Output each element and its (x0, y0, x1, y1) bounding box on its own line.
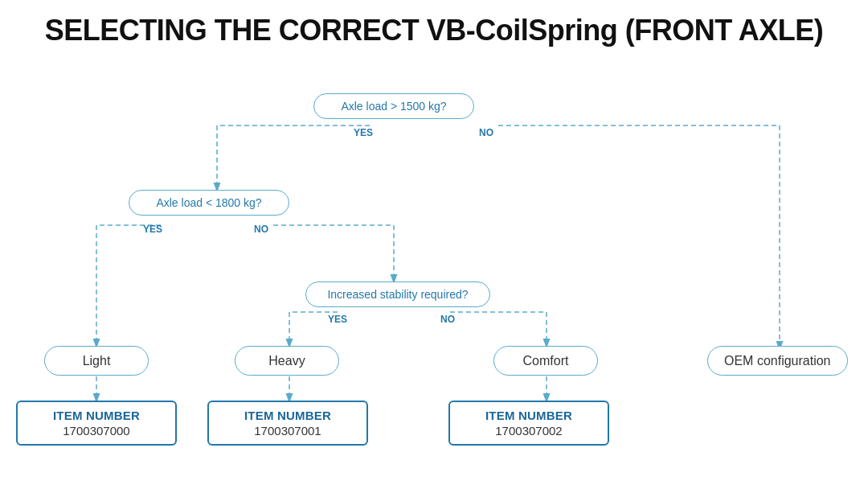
item-number-1: 1700307000 (29, 424, 164, 438)
diagram-area: Axle load > 1500 kg? YES NO Axle load < … (0, 55, 868, 449)
item-label-1: ITEM NUMBER (29, 409, 164, 422)
d2-no-label: NO (254, 224, 268, 235)
d2-yes-label: YES (143, 224, 162, 235)
item-label-2: ITEM NUMBER (220, 409, 355, 422)
item-label-3: ITEM NUMBER (461, 409, 596, 422)
decision-stability: Increased stability required? (305, 281, 490, 307)
result-oem: OEM configuration (707, 346, 848, 376)
result-light: Light (44, 346, 149, 376)
result-heavy: Heavy (235, 346, 339, 376)
d1-no-label: NO (479, 127, 493, 138)
item-box-1: ITEM NUMBER 1700307000 (16, 401, 177, 446)
d1-yes-label: YES (354, 127, 373, 138)
decision-axle-load-1500: Axle load > 1500 kg? (313, 93, 474, 119)
d3-no-label: NO (440, 314, 455, 325)
item-number-3: 1700307002 (461, 424, 596, 438)
item-box-2: ITEM NUMBER 1700307001 (207, 401, 368, 446)
result-comfort: Comfort (493, 346, 598, 376)
decision-axle-load-1800: Axle load < 1800 kg? (129, 190, 289, 216)
item-box-3: ITEM NUMBER 1700307002 (448, 401, 609, 446)
item-number-2: 1700307001 (220, 424, 355, 438)
d3-yes-label: YES (328, 314, 347, 325)
page-title: SELECTING THE CORRECT VB-CoilSpring (FRO… (0, 0, 868, 55)
